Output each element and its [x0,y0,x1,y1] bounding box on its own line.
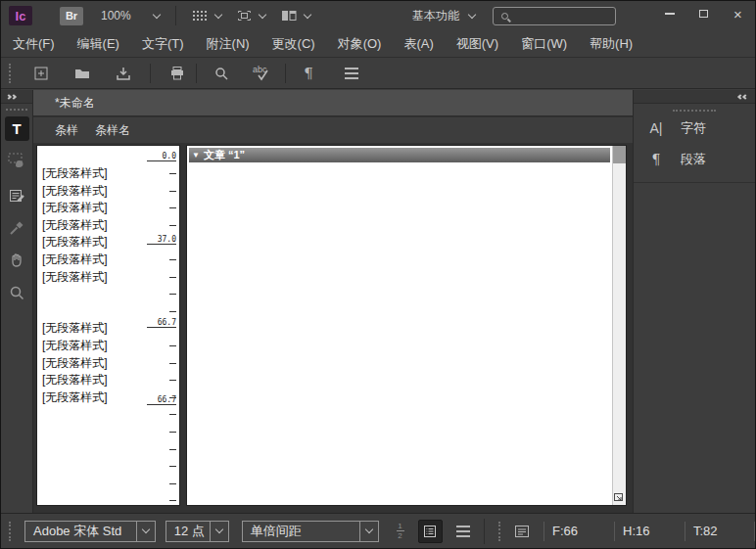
open-folder-icon[interactable] [71,64,93,83]
ruler-tick [169,397,176,398]
style-row[interactable]: [无段落样式] [42,217,138,233]
menu-item-5[interactable]: 对象(O) [338,35,382,53]
toolbar-grip[interactable] [9,64,11,83]
statusbar-menu-icon[interactable] [456,530,470,532]
arrange-documents-dropdown[interactable] [273,5,318,26]
menu-item-8[interactable]: 窗口(W) [521,35,567,53]
separator [484,519,485,544]
right-dock: A| 字符 ¶ 段落 [633,90,755,513]
save-icon[interactable] [113,64,134,83]
position-tool[interactable] [5,147,29,171]
ruler-tick [169,500,176,501]
panel-tab-character[interactable]: A| 字符 [634,114,755,143]
document-area: *未命名 条样 条样名 [无段落样式][无段落样式][无段落样式][无段落样式]… [33,90,633,513]
style-row[interactable]: [无段落样式] [42,234,138,250]
panel-tab-paragraph[interactable]: ¶ 段落 [634,145,755,174]
menu-item-4[interactable]: 更改(C) [272,35,315,53]
view-options-icon [192,10,208,22]
story-editor[interactable]: ▼ 文章 “1” [186,145,627,506]
menu-item-2[interactable]: 文字(T) [142,35,184,53]
story-title: 文章 “1” [204,148,245,162]
bridge-button[interactable]: Br [60,7,83,25]
menu-item-6[interactable]: 表(A) [403,35,433,53]
menu-item-1[interactable]: 编辑(E) [77,35,119,53]
ruler-tick [169,173,176,174]
style-row[interactable]: [无段落样式] [42,355,138,371]
galley-info-toggle[interactable] [418,520,443,543]
paragraph-styles-column: [无段落样式][无段落样式][无段落样式][无段落样式][无段落样式][无段落样… [36,145,180,506]
menu-item-3[interactable]: 附注(N) [207,35,250,53]
spellcheck-icon[interactable]: abc [252,64,273,83]
statusbar-grip[interactable] [9,522,11,541]
search-box[interactable] [493,7,616,25]
zoom-level-dropdown[interactable]: 100% [93,5,167,26]
app-toolbar: abc ¶ [1,57,755,89]
hand-tool[interactable] [5,248,29,272]
ruler-tick [169,345,176,346]
dock-header[interactable] [634,90,755,104]
tools-panel: T [1,90,33,513]
workspace-switcher[interactable]: 基本功能 [404,5,483,26]
copyfit-info-icon[interactable] [514,525,530,538]
style-row[interactable]: [无段落样式] [42,200,138,215]
font-size-select[interactable]: 12 点 [165,521,229,542]
story-scrollbar[interactable] [612,146,626,505]
style-row[interactable]: [无段落样式] [42,338,138,353]
hidden-characters-icon[interactable]: ¶ [298,64,319,83]
document-tab-strip: *未命名 [33,90,633,116]
menu-item-7[interactable]: 视图(V) [456,35,498,53]
style-row[interactable]: [无段落样式] [42,252,138,267]
story-header[interactable]: ▼ 文章 “1” [189,148,610,162]
menu-item-0[interactable]: 文件(F) [13,35,55,53]
eyedropper-tool[interactable] [5,215,29,240]
ruler-tick [169,414,176,415]
font-size-value: 12 点 [166,523,210,540]
note-tool[interactable] [5,183,29,207]
style-row[interactable]: [无段落样式] [42,320,138,336]
chevron-down-icon [304,10,311,18]
zoom-tool[interactable] [5,280,29,304]
style-row[interactable]: [无段落样式] [42,389,138,405]
resize-corner-icon[interactable] [613,491,625,503]
statusbar: Adobe 宋体 Std 12 点 单倍间距 12 F:66H:16T:82 [1,513,755,548]
zoom-level-value: 100% [101,9,131,23]
maximize-button[interactable] [686,1,721,26]
ruler-tick [169,191,176,192]
copyfit-grip[interactable] [498,522,500,541]
ruler-number: 0.0 [147,152,176,161]
arrange-documents-icon [281,10,297,22]
print-icon[interactable] [166,64,188,83]
tools-panel-header[interactable] [1,90,32,104]
screen-mode-icon [237,10,252,22]
toolbar-menu-icon[interactable] [341,64,362,83]
ruler-tick [169,207,176,208]
style-row[interactable]: [无段落样式] [42,165,138,181]
font-family-select[interactable]: Adobe 宋体 Std [24,521,156,542]
line-spacing-icon[interactable]: 12 [397,523,404,539]
collapse-triangle-icon[interactable]: ▼ [192,151,200,160]
ruler-number: 66.7 [147,318,176,328]
tools-grip[interactable] [6,109,27,111]
search-input[interactable] [512,10,610,22]
search-icon[interactable] [211,64,232,83]
ruler-tick [169,432,176,433]
separator [175,6,176,25]
separator [285,64,286,83]
document-tab[interactable]: *未命名 [55,95,95,112]
style-row[interactable]: [无段落样式] [42,372,138,388]
type-tool[interactable]: T [5,116,29,141]
style-row[interactable]: [无段落样式] [42,183,138,199]
close-button[interactable]: × [721,1,755,26]
tab-galley-2[interactable]: 条样名 [95,122,130,139]
style-row[interactable]: [无段落样式] [42,269,138,285]
tab-galley[interactable]: 条样 [55,122,78,139]
view-options-dropdown[interactable] [184,5,229,26]
menu-item-9[interactable]: 帮助(H) [590,35,633,53]
leading-select[interactable]: 单倍间距 [242,521,379,542]
new-document-icon[interactable] [30,64,52,83]
minimize-button[interactable] [652,1,686,26]
expand-right-icon [11,94,17,100]
workspace-name: 基本功能 [412,8,459,24]
dock-grip[interactable] [673,110,716,112]
screen-mode-dropdown[interactable] [229,5,273,26]
